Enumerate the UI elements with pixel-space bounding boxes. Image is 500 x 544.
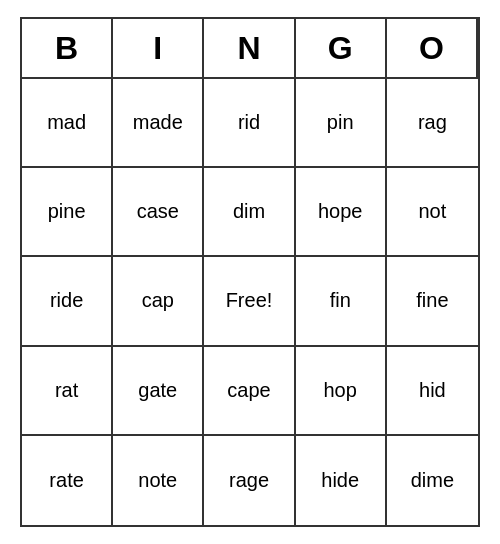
cell-1-4: not	[387, 168, 478, 257]
cell-3-2: cape	[204, 347, 295, 436]
bingo-card: B I N G O mad made rid pin rag pine case…	[20, 17, 480, 527]
cell-0-3: pin	[296, 79, 387, 168]
cell-0-4: rag	[387, 79, 478, 168]
cell-2-3: fin	[296, 257, 387, 346]
header-n: N	[204, 19, 295, 79]
cell-1-1: case	[113, 168, 204, 257]
cell-4-1: note	[113, 436, 204, 525]
cell-1-2: dim	[204, 168, 295, 257]
cell-2-0: ride	[22, 257, 113, 346]
cell-3-1: gate	[113, 347, 204, 436]
cell-0-2: rid	[204, 79, 295, 168]
header-o: O	[387, 19, 478, 79]
cell-4-4: dime	[387, 436, 478, 525]
cell-4-2: rage	[204, 436, 295, 525]
cell-0-1: made	[113, 79, 204, 168]
cell-3-3: hop	[296, 347, 387, 436]
header-b: B	[22, 19, 113, 79]
cell-0-0: mad	[22, 79, 113, 168]
cell-4-0: rate	[22, 436, 113, 525]
cell-4-3: hide	[296, 436, 387, 525]
cell-2-1: cap	[113, 257, 204, 346]
header-i: I	[113, 19, 204, 79]
cell-2-4: fine	[387, 257, 478, 346]
cell-free: Free!	[204, 257, 295, 346]
header-g: G	[296, 19, 387, 79]
cell-1-3: hope	[296, 168, 387, 257]
cell-3-0: rat	[22, 347, 113, 436]
cell-3-4: hid	[387, 347, 478, 436]
cell-1-0: pine	[22, 168, 113, 257]
